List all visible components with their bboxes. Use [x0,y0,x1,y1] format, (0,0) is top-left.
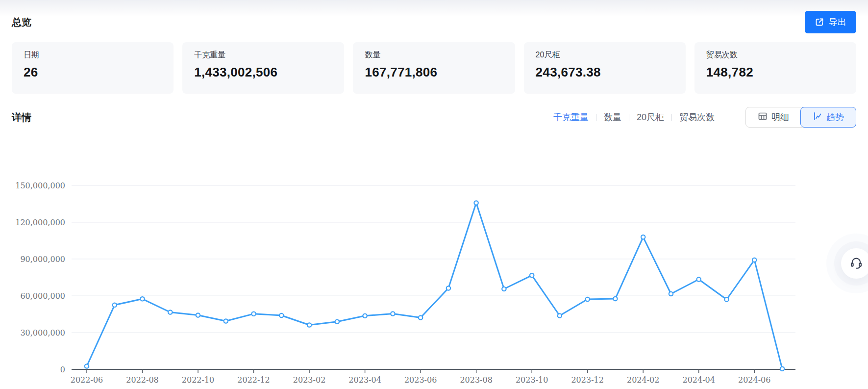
data-point [391,311,395,315]
x-axis-label: 2024-04 [682,375,715,385]
data-point [613,297,617,301]
stat-cards: 日期26千克重量1,433,002,506数量167,771,80620尺柜24… [12,42,856,94]
data-point [502,287,506,291]
trend-chart-svg: 030,000,00060,000,00090,000,000120,000,0… [0,128,868,389]
data-point [669,292,673,296]
stat-card-value: 243,673.38 [536,65,674,80]
data-point [586,297,590,301]
x-axis-label: 2022-08 [126,375,158,385]
data-point [224,319,228,323]
data-point [363,314,367,318]
stat-card-label: 20尺柜 [536,50,674,60]
data-point [168,310,172,314]
y-axis-label: 150,000,000 [15,181,65,190]
metric-tab[interactable]: 贸易次数 [672,111,722,123]
x-axis-label: 2023-04 [348,375,381,385]
data-point [196,313,200,317]
detail-view-button[interactable]: 明细 [746,107,801,127]
overview-header: 总览 导出 [12,10,856,34]
stat-card: 千克重量1,433,002,506 [182,42,344,94]
y-axis-label: 30,000,000 [20,328,65,337]
x-axis-label: 2023-12 [571,375,603,385]
export-icon [815,17,824,27]
data-point [474,201,478,205]
table-icon [758,111,768,124]
x-axis-label: 2022-06 [71,375,103,385]
data-point [446,286,450,290]
data-point [251,312,255,316]
y-axis-label: 0 [60,365,65,374]
metric-tab[interactable]: 20尺柜 [629,111,671,123]
data-point [530,273,534,277]
data-point [724,297,728,301]
metric-tab[interactable]: 千克重量 [546,111,596,123]
toggle-label: 明细 [771,111,789,123]
stat-card-label: 数量 [365,50,503,60]
stat-card-label: 贸易次数 [706,50,844,60]
data-point [641,235,645,239]
y-axis-label: 120,000,000 [15,218,65,227]
data-point [335,320,339,324]
x-axis-label: 2024-06 [738,375,770,385]
stat-card-label: 日期 [24,50,162,60]
data-point [140,297,144,301]
stat-card: 日期26 [12,42,174,94]
trend-line [87,203,782,369]
data-point [85,364,89,368]
export-button[interactable]: 导出 [805,11,856,33]
stat-card-value: 167,771,806 [365,65,503,80]
data-point [113,303,117,307]
x-axis-label: 2022-10 [182,375,214,385]
data-point [307,323,311,327]
trend-chart: 030,000,00060,000,00090,000,000120,000,0… [0,128,868,389]
overview-title: 总览 [12,16,31,29]
support-fab[interactable] [841,248,868,279]
stat-card: 数量167,771,806 [353,42,515,94]
stat-card-value: 1,433,002,506 [194,65,332,80]
stat-card-label: 千克重量 [194,50,332,60]
toggle-label: 趋势 [826,111,844,123]
trend-icon [813,111,822,124]
data-point [780,367,784,371]
stat-card: 20尺柜243,673.38 [524,42,686,94]
x-axis-label: 2023-08 [460,375,492,385]
metric-tabs: 千克重量数量20尺柜贸易次数 [546,111,722,123]
data-point [697,277,701,281]
metric-tab[interactable]: 数量 [596,111,629,123]
export-label: 导出 [829,16,846,28]
details-header: 详情 千克重量数量20尺柜贸易次数 明细趋势 [12,107,856,128]
y-axis-label: 90,000,000 [20,255,65,264]
trend-view-button[interactable]: 趋势 [800,107,856,128]
data-point [419,315,422,319]
data-point [558,313,562,317]
headset-icon [849,256,863,271]
stat-card: 贸易次数148,782 [694,42,856,94]
view-toggle: 明细趋势 [745,107,856,128]
x-axis-label: 2023-02 [293,375,325,385]
x-axis-label: 2022-12 [237,375,270,385]
y-axis-label: 60,000,000 [20,291,65,301]
data-point [279,313,283,317]
stat-card-value: 26 [24,65,162,80]
details-title: 详情 [12,111,31,124]
x-axis-label: 2023-06 [404,375,437,385]
data-point [752,258,756,262]
x-axis-label: 2024-02 [627,375,659,385]
stat-card-value: 148,782 [706,65,844,80]
details-controls: 千克重量数量20尺柜贸易次数 明细趋势 [546,107,856,128]
x-axis-label: 2023-10 [516,375,548,385]
